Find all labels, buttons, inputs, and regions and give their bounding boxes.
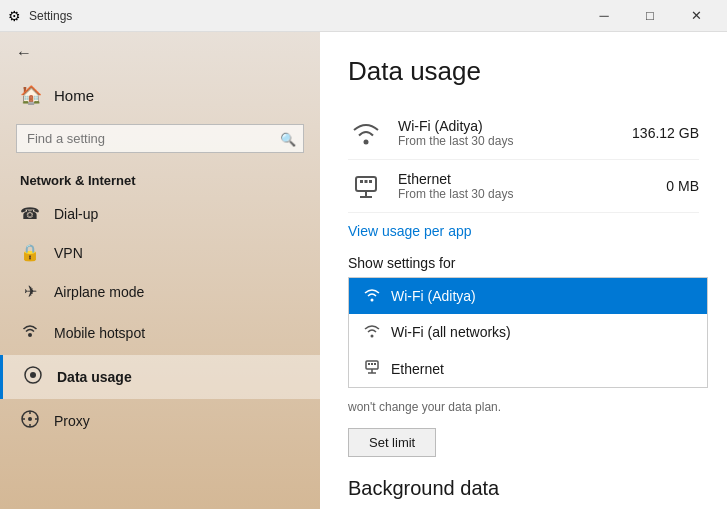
- home-icon: 🏠: [20, 84, 42, 106]
- wifi-usage-icon: [348, 115, 384, 151]
- dropdown-item-wifi-aditya[interactable]: Wi-Fi (Aditya): [349, 278, 707, 314]
- sidebar-item-label: VPN: [54, 245, 83, 261]
- airplane-icon: ✈: [20, 282, 40, 301]
- page-title: Data usage: [348, 56, 699, 87]
- ethernet-usage-info: Ethernet From the last 30 days: [398, 171, 652, 201]
- vpn-icon: 🔒: [20, 243, 40, 262]
- dropdown-item-wifi-all[interactable]: Wi-Fi (all networks): [349, 314, 707, 350]
- titlebar-left: ⚙ Settings: [8, 8, 72, 24]
- wifi-aditya-icon: [363, 287, 381, 305]
- main-panel: Data usage Wi-Fi (Aditya) From the last …: [320, 32, 727, 509]
- maximize-button[interactable]: □: [627, 0, 673, 32]
- svg-point-17: [371, 335, 374, 338]
- sidebar-item-label: Airplane mode: [54, 284, 144, 300]
- svg-rect-15: [369, 180, 372, 183]
- settings-icon: ⚙: [8, 8, 21, 24]
- svg-rect-10: [356, 177, 376, 191]
- svg-point-4: [28, 417, 32, 421]
- proxy-icon: [20, 409, 40, 433]
- svg-rect-22: [371, 363, 373, 365]
- app-body: ← 🏠 Home 🔍 Network & Internet ☎ Dial-up …: [0, 32, 727, 509]
- sidebar-item-proxy[interactable]: Proxy: [0, 399, 320, 443]
- view-usage-link[interactable]: View usage per app: [348, 223, 472, 239]
- sidebar-item-datausage[interactable]: Data usage: [0, 355, 320, 399]
- set-limit-button[interactable]: Set limit: [348, 428, 436, 457]
- ethernet-dropdown-icon: [363, 359, 381, 378]
- bg-data-title: Background data: [348, 477, 699, 500]
- wont-change-text: won't change your data plan.: [348, 400, 699, 414]
- ethernet-usage-amount: 0 MB: [666, 178, 699, 194]
- titlebar-title: Settings: [29, 9, 72, 23]
- sidebar-home-label: Home: [54, 87, 94, 104]
- wifi-usage-item: Wi-Fi (Aditya) From the last 30 days 136…: [348, 107, 699, 160]
- svg-rect-23: [374, 363, 376, 365]
- show-settings-label: Show settings for: [348, 255, 699, 271]
- sidebar-item-label: Data usage: [57, 369, 132, 385]
- dialup-icon: ☎: [20, 204, 40, 223]
- dropdown-item-label: Wi-Fi (all networks): [391, 324, 511, 340]
- sidebar-section-title: Network & Internet: [0, 161, 320, 194]
- minimize-button[interactable]: ─: [581, 0, 627, 32]
- svg-rect-21: [368, 363, 370, 365]
- wifi-usage-sub: From the last 30 days: [398, 134, 618, 148]
- search-input[interactable]: [16, 124, 304, 153]
- sidebar-item-dialup[interactable]: ☎ Dial-up: [0, 194, 320, 233]
- datausage-icon: [23, 365, 43, 389]
- sidebar-item-vpn[interactable]: 🔒 VPN: [0, 233, 320, 272]
- svg-point-2: [30, 372, 36, 378]
- close-button[interactable]: ✕: [673, 0, 719, 32]
- dropdown-item-label: Wi-Fi (Aditya): [391, 288, 476, 304]
- sidebar-item-label: Dial-up: [54, 206, 98, 222]
- back-arrow-icon: ←: [16, 44, 32, 62]
- wifi-usage-amount: 136.12 GB: [632, 125, 699, 141]
- sidebar-item-home[interactable]: 🏠 Home: [0, 74, 320, 116]
- sidebar-search: 🔍: [16, 124, 304, 153]
- wifi-all-icon: [363, 323, 381, 341]
- titlebar: ⚙ Settings ─ □ ✕: [0, 0, 727, 32]
- back-button[interactable]: ←: [0, 32, 320, 74]
- search-icon: 🔍: [280, 131, 296, 146]
- ethernet-usage-sub: From the last 30 days: [398, 187, 652, 201]
- dropdown-container: Wi-Fi (Aditya) Wi-Fi (all networks): [348, 277, 708, 388]
- wifi-usage-info: Wi-Fi (Aditya) From the last 30 days: [398, 118, 618, 148]
- svg-point-16: [371, 299, 374, 302]
- sidebar-item-airplane[interactable]: ✈ Airplane mode: [0, 272, 320, 311]
- ethernet-usage-item: Ethernet From the last 30 days 0 MB: [348, 160, 699, 213]
- wifi-usage-name: Wi-Fi (Aditya): [398, 118, 618, 134]
- dropdown-item-label: Ethernet: [391, 361, 444, 377]
- dropdown-item-ethernet[interactable]: Ethernet: [349, 350, 707, 387]
- hotspot-icon: [20, 321, 40, 345]
- svg-point-0: [28, 333, 32, 337]
- svg-rect-13: [360, 180, 363, 183]
- ethernet-usage-icon: [348, 168, 384, 204]
- ethernet-usage-name: Ethernet: [398, 171, 652, 187]
- titlebar-controls: ─ □ ✕: [581, 0, 719, 32]
- sidebar-item-hotspot[interactable]: Mobile hotspot: [0, 311, 320, 355]
- sidebar-item-label: Mobile hotspot: [54, 325, 145, 341]
- sidebar-item-label: Proxy: [54, 413, 90, 429]
- svg-rect-14: [365, 180, 368, 183]
- sidebar: ← 🏠 Home 🔍 Network & Internet ☎ Dial-up …: [0, 32, 320, 509]
- svg-point-9: [364, 140, 369, 145]
